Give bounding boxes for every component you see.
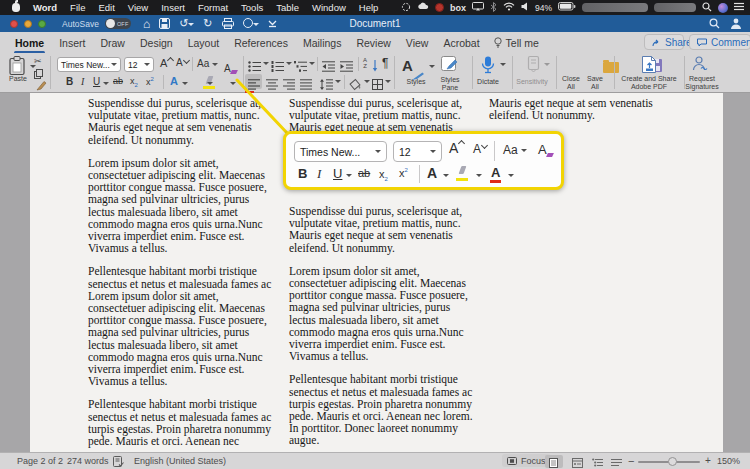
create-share-pdf-button[interactable] <box>642 56 657 77</box>
shrink-font-button[interactable]: A <box>176 57 189 68</box>
text-effects-button[interactable]: A <box>170 75 178 87</box>
pilcrow-button[interactable]: ¶ <box>382 56 388 70</box>
callout-underline-button[interactable]: U <box>333 166 342 181</box>
undo-icon[interactable]: ↺ <box>179 17 194 30</box>
web-layout-view-button[interactable] <box>572 457 583 469</box>
paragraph[interactable]: Suspendisse dui purus, scelerisque at, v… <box>88 97 274 146</box>
paragraph[interactable]: Mauris eget neque at sem venenatis eleif… <box>489 97 671 121</box>
callout-clear-formatting-button[interactable]: A <box>538 142 547 157</box>
font-size-combo[interactable]: 12 <box>124 57 154 72</box>
tab-draw[interactable]: Draw <box>99 34 126 52</box>
tab-acrobat[interactable]: Acrobat <box>442 34 480 52</box>
align-left-button[interactable] <box>248 76 260 94</box>
airplay-display-icon[interactable] <box>472 2 484 13</box>
zoom-level[interactable]: 150% <box>717 453 740 469</box>
tab-mailings[interactable]: Mailings <box>302 34 343 52</box>
fullscreen-window-button[interactable] <box>38 20 46 28</box>
share-user-icon[interactable] <box>730 15 742 33</box>
callout-text-effects-dropdown[interactable] <box>443 174 449 177</box>
save-quick-icon[interactable] <box>159 18 170 29</box>
dictate-button[interactable] <box>480 56 496 74</box>
volume-icon[interactable] <box>521 2 529 13</box>
menu-item-edit[interactable]: Edit <box>98 2 114 13</box>
text-column-right[interactable]: Mauris eget neque at sem venenatis eleif… <box>489 97 671 132</box>
text-effects-dropdown[interactable] <box>182 82 188 85</box>
draft-view-button[interactable] <box>611 457 622 469</box>
callout-font-size-combo[interactable]: 12 <box>393 141 442 162</box>
shading-button[interactable] <box>350 76 362 94</box>
font-name-combo[interactable]: Times New... <box>57 57 121 72</box>
paragraph[interactable]: Suspendisse dui purus, scelerisque at, v… <box>289 97 475 134</box>
menu-item-view[interactable]: View <box>128 2 148 13</box>
callout-font-color-button[interactable]: A <box>491 165 500 180</box>
align-center-button[interactable] <box>266 76 278 94</box>
superscript-button[interactable]: x2 <box>146 76 154 87</box>
numbering-dropdown[interactable] <box>286 62 292 65</box>
borders-button[interactable] <box>372 76 383 94</box>
menu-item-window[interactable]: Window <box>312 2 346 13</box>
borders-dropdown[interactable] <box>385 80 391 83</box>
numbering-button[interactable] <box>271 58 284 76</box>
customize-toolbar-icon[interactable] <box>268 19 277 28</box>
increase-indent-button[interactable] <box>340 58 353 76</box>
share-button[interactable]: Share <box>644 34 684 50</box>
tab-view[interactable]: View <box>405 34 430 52</box>
print-layout-view-button[interactable] <box>549 457 559 469</box>
minimize-window-button[interactable] <box>24 20 32 28</box>
callout-strikethrough-button[interactable]: ab <box>358 167 370 179</box>
spotlight-search-icon[interactable] <box>702 2 712 14</box>
tab-insert[interactable]: Insert <box>58 34 86 52</box>
menu-extra-red-icon[interactable] <box>435 3 444 12</box>
styles-pane-button[interactable] <box>441 56 459 78</box>
paragraph[interactable]: Pellentesque habitant morbi tristique se… <box>289 373 475 446</box>
home-quick-icon[interactable]: ⌂ <box>143 19 150 29</box>
focus-button[interactable]: Focus <box>502 454 551 467</box>
zoom-slider-knob[interactable] <box>668 457 677 466</box>
sync-status-icon[interactable] <box>401 2 411 14</box>
sensitivity-dropdown[interactable] <box>544 63 550 66</box>
subscript-button[interactable]: x2 <box>130 76 138 88</box>
callout-italic-button[interactable]: I <box>317 166 321 182</box>
change-case-button[interactable]: Aa <box>197 58 218 69</box>
autosave-toggle[interactable]: OFF <box>105 18 131 29</box>
menu-item-word[interactable]: Word <box>33 2 57 13</box>
callout-underline-dropdown[interactable] <box>346 174 352 177</box>
bluetooth-icon[interactable] <box>490 2 497 14</box>
box-menu-icon[interactable]: box <box>450 3 466 13</box>
zoom-in-button[interactable]: + <box>705 453 711 469</box>
siri-icon[interactable] <box>718 3 728 13</box>
callout-change-case-button[interactable]: Aa <box>503 143 527 157</box>
notification-center-icon[interactable] <box>734 2 744 13</box>
callout-grow-font-button[interactable]: A <box>449 140 464 156</box>
dictate-dropdown[interactable] <box>500 63 506 66</box>
sensitivity-button[interactable] <box>526 56 541 77</box>
tab-review[interactable]: Review <box>355 34 391 52</box>
strikethrough-button[interactable]: ab <box>113 76 123 86</box>
line-spacing-button[interactable] <box>320 76 333 94</box>
word-count[interactable]: 274 words <box>67 453 109 469</box>
outline-view-button[interactable] <box>592 457 603 469</box>
callout-shrink-font-button[interactable]: A <box>473 142 487 156</box>
decrease-indent-button[interactable] <box>322 58 335 76</box>
tab-design[interactable]: Design <box>139 34 174 52</box>
clear-formatting-button[interactable]: A <box>224 63 231 74</box>
shading-dropdown[interactable] <box>364 80 370 83</box>
bullets-dropdown[interactable] <box>263 62 269 65</box>
print-quick-icon[interactable] <box>222 18 234 29</box>
menu-item-help[interactable]: Help <box>359 2 379 13</box>
select-tool-icon[interactable] <box>243 18 259 30</box>
menu-item-table[interactable]: Table <box>276 2 299 13</box>
close-all-button[interactable] <box>603 62 619 73</box>
paragraph[interactable]: Lorem ipsum dolor sit amet, consectetuer… <box>289 265 475 363</box>
underline-dropdown[interactable] <box>103 82 109 85</box>
paragraph[interactable]: Pellentesque habitant morbi tristique se… <box>88 265 274 387</box>
underline-button[interactable]: U <box>93 76 100 87</box>
tab-layout[interactable]: Layout <box>187 34 221 52</box>
request-signatures-button[interactable] <box>692 56 709 77</box>
styles-dropdown[interactable] <box>429 65 435 68</box>
grow-font-button[interactable]: A <box>160 57 173 69</box>
text-column-left[interactable]: Suspendisse dui purus, scelerisque at, v… <box>88 97 274 452</box>
justify-button[interactable] <box>300 76 312 94</box>
tell-me-button[interactable]: Tell me <box>494 37 539 49</box>
callout-font-color-dropdown[interactable] <box>508 174 514 177</box>
